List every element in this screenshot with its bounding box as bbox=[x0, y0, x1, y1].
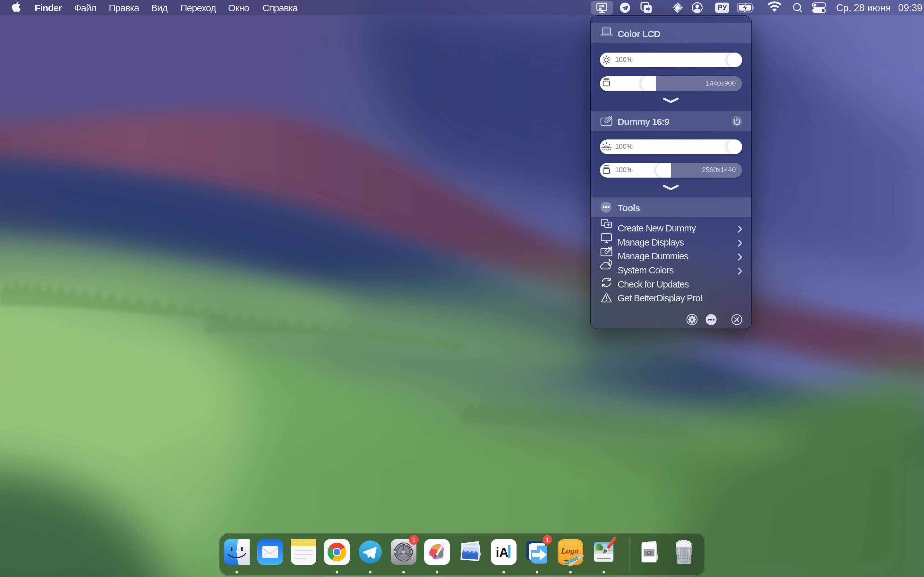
svg-text:iA: iA bbox=[496, 545, 509, 559]
svg-text:РУ: РУ bbox=[717, 3, 727, 12]
svg-text:Logo: Logo bbox=[561, 546, 579, 556]
